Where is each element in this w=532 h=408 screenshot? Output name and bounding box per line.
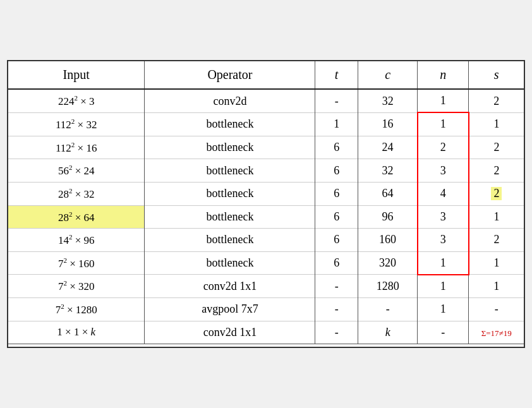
t-cell: 6 <box>315 205 358 229</box>
t-cell: - <box>315 275 358 298</box>
c-cell: 64 <box>358 182 417 205</box>
main-container: Input Operator t c n s 2242 × 3conv2d-32… <box>7 60 525 348</box>
t-cell: 6 <box>315 229 358 252</box>
c-cell: k <box>358 321 417 344</box>
operator-cell: bottleneck <box>145 251 315 275</box>
n-cell: 3 <box>418 205 469 229</box>
operator-cell: bottleneck <box>145 159 315 183</box>
table-row: 282 × 32bottleneck66442 <box>8 182 524 205</box>
input-cell: 142 × 96 <box>8 229 145 252</box>
table-row: 562 × 24bottleneck63232 <box>8 159 524 183</box>
architecture-table: Input Operator t c n s 2242 × 3conv2d-32… <box>8 61 524 344</box>
n-cell: 3 <box>418 159 469 183</box>
c-cell: 96 <box>358 205 417 229</box>
s-cell: 2 <box>469 182 524 205</box>
input-cell: 1122 × 16 <box>8 136 145 159</box>
table-row: 1 × 1 × kconv2d 1x1-k-Σ=17≠19 <box>8 321 524 344</box>
input-cell: 2242 × 3 <box>8 89 145 112</box>
operator-cell: avgpool 7x7 <box>145 298 315 321</box>
operator-cell: conv2d <box>145 89 315 112</box>
n-cell: 1 <box>418 251 469 275</box>
n-cell: 4 <box>418 182 469 205</box>
operator-cell: bottleneck <box>145 136 315 159</box>
s-cell: 1 <box>469 112 524 136</box>
t-cell: 6 <box>315 182 358 205</box>
table-row: 142 × 96bottleneck616032 <box>8 229 524 252</box>
s-cell: - <box>469 298 524 321</box>
operator-cell: conv2d 1x1 <box>145 275 315 298</box>
n-cell: 3 <box>418 229 469 252</box>
t-cell: - <box>315 298 358 321</box>
c-cell: 320 <box>358 251 417 275</box>
s-cell: 2 <box>469 159 524 183</box>
header-s: s <box>469 61 524 89</box>
table-row: 2242 × 3conv2d-3212 <box>8 89 524 112</box>
t-cell: 6 <box>315 136 358 159</box>
t-cell: 6 <box>315 251 358 275</box>
s-cell: Σ=17≠19 <box>469 321 524 344</box>
table-row: 1122 × 32bottleneck11611 <box>8 112 524 136</box>
s-cell: 1 <box>469 205 524 229</box>
t-cell: 1 <box>315 112 358 136</box>
operator-cell: bottleneck <box>145 205 315 229</box>
c-cell: 32 <box>358 89 417 112</box>
c-cell: 24 <box>358 136 417 159</box>
n-cell: 1 <box>418 298 469 321</box>
operator-cell: conv2d 1x1 <box>145 321 315 344</box>
input-cell: 562 × 24 <box>8 159 145 183</box>
t-cell: - <box>315 89 358 112</box>
table-row: 282 × 64bottleneck69631 <box>8 205 524 229</box>
t-cell: - <box>315 321 358 344</box>
input-cell: 1122 × 32 <box>8 112 145 136</box>
header-t: t <box>315 61 358 89</box>
table-row: 1122 × 16bottleneck62422 <box>8 136 524 159</box>
n-cell: 2 <box>418 136 469 159</box>
input-cell: 72 × 320 <box>8 275 145 298</box>
c-cell: 1280 <box>358 275 417 298</box>
watermark <box>8 344 524 347</box>
header-n: n <box>418 61 469 89</box>
n-cell: 1 <box>418 112 469 136</box>
c-cell: 16 <box>358 112 417 136</box>
s-cell: 1 <box>469 251 524 275</box>
table-row: 72 × 1280avgpool 7x7--1- <box>8 298 524 321</box>
input-cell: 72 × 160 <box>8 251 145 275</box>
c-cell: - <box>358 298 417 321</box>
c-cell: 32 <box>358 159 417 183</box>
s-cell: 2 <box>469 89 524 112</box>
table-row: 72 × 160bottleneck632011 <box>8 251 524 275</box>
header-c: c <box>358 61 417 89</box>
input-cell: 1 × 1 × k <box>8 321 145 344</box>
n-cell: - <box>418 321 469 344</box>
table-row: 72 × 320conv2d 1x1-128011 <box>8 275 524 298</box>
t-cell: 6 <box>315 159 358 183</box>
c-cell: 160 <box>358 229 417 252</box>
s-cell: 1 <box>469 275 524 298</box>
input-cell: 282 × 32 <box>8 182 145 205</box>
input-cell: 282 × 64 <box>8 205 145 229</box>
header-operator: Operator <box>145 61 315 89</box>
operator-cell: bottleneck <box>145 112 315 136</box>
operator-cell: bottleneck <box>145 182 315 205</box>
n-cell: 1 <box>418 275 469 298</box>
s-cell: 2 <box>469 229 524 252</box>
operator-cell: bottleneck <box>145 229 315 252</box>
input-cell: 72 × 1280 <box>8 298 145 321</box>
n-cell: 1 <box>418 89 469 112</box>
s-cell: 2 <box>469 136 524 159</box>
header-input: Input <box>8 61 145 89</box>
